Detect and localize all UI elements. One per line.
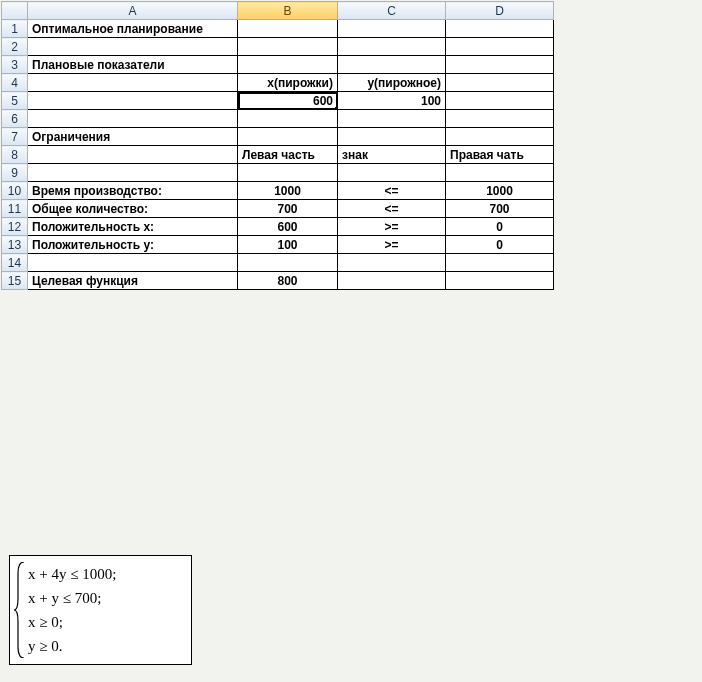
cell-B7[interactable] [238,128,338,146]
cell-D13[interactable]: 0 [446,236,554,254]
cell-D11[interactable]: 700 [446,200,554,218]
col-header-A[interactable]: A [28,2,238,20]
cell-A14[interactable] [28,254,238,272]
row-header-5[interactable]: 5 [2,92,28,110]
cell-C3[interactable] [338,56,446,74]
row-header-4[interactable]: 4 [2,74,28,92]
row-header-2[interactable]: 2 [2,38,28,56]
constraint-line-2: x + y ≤ 700; [28,586,183,610]
cell-B10[interactable]: 1000 [238,182,338,200]
cell-D7[interactable] [446,128,554,146]
cell-B12[interactable]: 600 [238,218,338,236]
cell-B6[interactable] [238,110,338,128]
cell-A4[interactable] [28,74,238,92]
left-brace-icon [14,562,26,658]
cell-D5[interactable] [446,92,554,110]
cell-D4[interactable] [446,74,554,92]
cell-A10[interactable]: Время производство: [28,182,238,200]
constraint-line-4: y ≥ 0. [28,634,183,658]
row-header-13[interactable]: 13 [2,236,28,254]
cell-C15[interactable] [338,272,446,290]
cell-C13[interactable]: >= [338,236,446,254]
row-header-11[interactable]: 11 [2,200,28,218]
cell-D2[interactable] [446,38,554,56]
cell-B3[interactable] [238,56,338,74]
cell-B13[interactable]: 100 [238,236,338,254]
cell-B5[interactable]: 600 [238,92,338,110]
constraint-system-box: x + 4y ≤ 1000; x + y ≤ 700; x ≥ 0; y ≥ 0… [9,555,192,665]
col-header-C[interactable]: C [338,2,446,20]
cell-B9[interactable] [238,164,338,182]
cell-C2[interactable] [338,38,446,56]
cell-A3[interactable]: Плановые показатели [28,56,238,74]
cell-B11[interactable]: 700 [238,200,338,218]
cell-D14[interactable] [446,254,554,272]
cell-B1[interactable] [238,20,338,38]
cell-A5[interactable] [28,92,238,110]
cell-B2[interactable] [238,38,338,56]
row-header-1[interactable]: 1 [2,20,28,38]
col-header-D[interactable]: D [446,2,554,20]
cell-C14[interactable] [338,254,446,272]
cell-A2[interactable] [28,38,238,56]
row-header-15[interactable]: 15 [2,272,28,290]
select-all-corner[interactable] [2,2,28,20]
cell-A13[interactable]: Положительность у: [28,236,238,254]
cell-B14[interactable] [238,254,338,272]
col-header-B[interactable]: B [238,2,338,20]
cell-A6[interactable] [28,110,238,128]
cell-C1[interactable] [338,20,446,38]
cell-A8[interactable] [28,146,238,164]
row-header-14[interactable]: 14 [2,254,28,272]
cell-C6[interactable] [338,110,446,128]
row-header-10[interactable]: 10 [2,182,28,200]
row-header-12[interactable]: 12 [2,218,28,236]
cell-D12[interactable]: 0 [446,218,554,236]
cell-C10[interactable]: <= [338,182,446,200]
cell-C8[interactable]: знак [338,146,446,164]
cell-C12[interactable]: >= [338,218,446,236]
constraint-line-3: x ≥ 0; [28,610,183,634]
cell-C7[interactable] [338,128,446,146]
cell-C9[interactable] [338,164,446,182]
row-header-8[interactable]: 8 [2,146,28,164]
cell-D8[interactable]: Правая чать [446,146,554,164]
cell-D6[interactable] [446,110,554,128]
cell-A11[interactable]: Общее количество: [28,200,238,218]
row-header-9[interactable]: 9 [2,164,28,182]
cell-D10[interactable]: 1000 [446,182,554,200]
cell-A7[interactable]: Ограничения [28,128,238,146]
cell-A9[interactable] [28,164,238,182]
row-header-6[interactable]: 6 [2,110,28,128]
cell-C5[interactable]: 100 [338,92,446,110]
cell-C4[interactable]: у(пирожное) [338,74,446,92]
row-header-3[interactable]: 3 [2,56,28,74]
row-header-7[interactable]: 7 [2,128,28,146]
cell-C11[interactable]: <= [338,200,446,218]
cell-B8[interactable]: Левая часть [238,146,338,164]
cell-A1[interactable]: Оптимальное планирование [28,20,238,38]
cell-D3[interactable] [446,56,554,74]
cell-B15[interactable]: 800 [238,272,338,290]
cell-D15[interactable] [446,272,554,290]
cell-D1[interactable] [446,20,554,38]
cell-B4[interactable]: х(пирожки) [238,74,338,92]
cell-D9[interactable] [446,164,554,182]
cell-A12[interactable]: Положительность х: [28,218,238,236]
spreadsheet[interactable]: A B C D 1 Оптимальное планирование 2 3 П… [1,1,554,290]
cell-A15[interactable]: Целевая функция [28,272,238,290]
constraint-line-1: x + 4y ≤ 1000; [28,562,183,586]
